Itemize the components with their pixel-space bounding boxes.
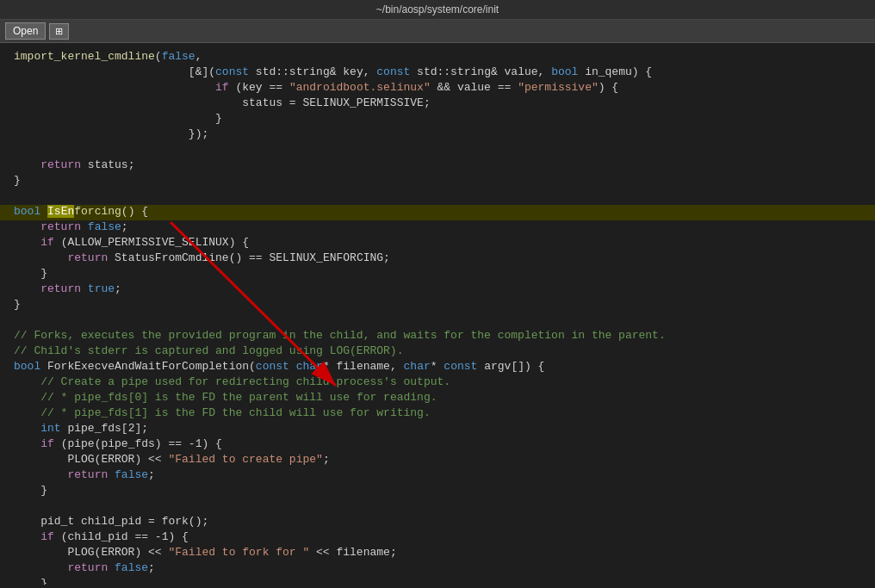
code-line: int pipe_fds[2]; bbox=[0, 422, 875, 437]
code-line: if (ALLOW_PERMISSIVE_SELINUX) { bbox=[0, 236, 875, 251]
code-line: if (pipe(pipe_fds) == -1) { bbox=[0, 437, 875, 453]
code-line: }); bbox=[0, 127, 875, 143]
code-line: return true; bbox=[0, 282, 875, 298]
code-line: PLOG(ERROR) << "Failed to fork for " << … bbox=[0, 546, 875, 561]
code-line: } bbox=[0, 174, 875, 189]
code-line: [&](const std::string& key, const std::s… bbox=[0, 65, 875, 81]
code-line: import_kernel_cmdline(false, bbox=[0, 50, 875, 65]
icon-button[interactable]: ⊞ bbox=[49, 23, 69, 40]
open-button[interactable]: Open bbox=[5, 22, 46, 40]
code-line bbox=[0, 313, 875, 329]
code-line-comment1: // Forks, executes the provided program … bbox=[0, 329, 875, 344]
code-container: import_kernel_cmdline(false, [&](const s… bbox=[0, 43, 875, 585]
code-line bbox=[0, 189, 875, 205]
code-line: status = SELINUX_PERMISSIVE; bbox=[0, 96, 875, 112]
code-line: } bbox=[0, 484, 875, 499]
code-content: import_kernel_cmdline(false, [&](const s… bbox=[0, 50, 875, 585]
title-bar: ~/bin/aosp/system/core/init bbox=[0, 0, 875, 20]
code-line: } bbox=[0, 298, 875, 313]
code-line-forkexecve: bool ForkExecveAndWaitForCompletion(cons… bbox=[0, 360, 875, 375]
code-line-comment5: // * pipe_fds[1] is the FD the child wil… bbox=[0, 406, 875, 422]
code-line-comment3: // Create a pipe used for redirecting ch… bbox=[0, 375, 875, 391]
code-line: return false; bbox=[0, 220, 875, 236]
code-line-comment2: // Child's stderr is captured and logged… bbox=[0, 344, 875, 360]
code-line: } bbox=[0, 112, 875, 127]
code-line bbox=[0, 143, 875, 158]
code-line: return status; bbox=[0, 158, 875, 174]
code-line: if (key == "androidboot.selinux" && valu… bbox=[0, 81, 875, 96]
code-line-comment4: // * pipe_fds[0] is the FD the parent wi… bbox=[0, 391, 875, 406]
code-line: PLOG(ERROR) << "Failed to create pipe"; bbox=[0, 453, 875, 468]
title-text: ~/bin/aosp/system/core/init bbox=[376, 3, 499, 15]
toolbar: Open ⊞ bbox=[0, 20, 875, 43]
code-line: } bbox=[0, 267, 875, 282]
code-line-isenfOrcing: bool IsEnforcing() { bbox=[0, 205, 875, 220]
code-line: return false; bbox=[0, 468, 875, 484]
code-line: if (child_pid == -1) { bbox=[0, 530, 875, 546]
code-line: return StatusFromCmdline() == SELINUX_EN… bbox=[0, 251, 875, 267]
code-line: } bbox=[0, 577, 875, 585]
code-line: return false; bbox=[0, 561, 875, 577]
code-line bbox=[0, 499, 875, 515]
code-line: pid_t child_pid = fork(); bbox=[0, 515, 875, 530]
